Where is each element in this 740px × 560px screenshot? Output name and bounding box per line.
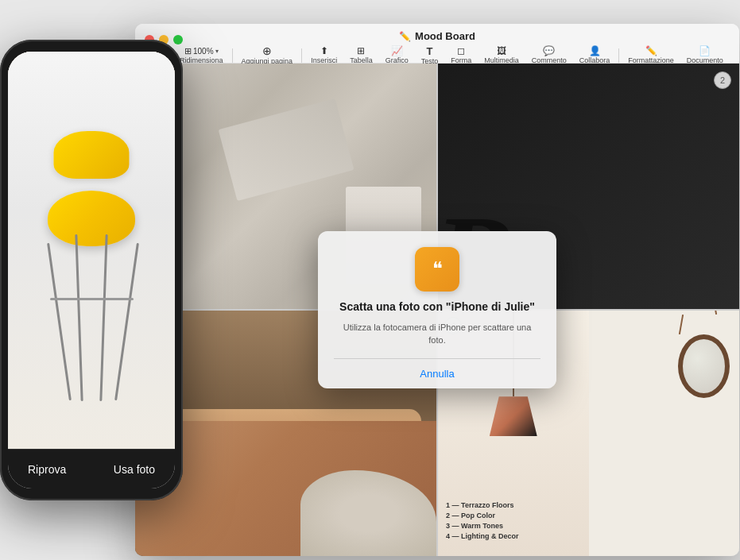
macos-window: ✏️ Mood Board ⊟ Vista ⊞ 100% ▾ Ridimensi… [135,24,739,556]
collabora-icon: 👤 [589,46,601,56]
toolbar-divider-1 [232,48,233,63]
aggiungi-icon: ⊕ [262,45,272,56]
dialog-overlay: ❝ Scatta una foto con "iPhone di Julie" … [135,64,739,556]
iphone-retry-button[interactable]: Riprova [28,463,66,476]
chair-photo [8,52,175,449]
chair-leg-3 [99,234,107,401]
commento-icon: 💬 [543,46,555,56]
inserisci-icon: ⬆ [320,46,328,56]
documento-icon: 📄 [699,46,711,56]
dialog-buttons: Annulla [334,358,540,388]
chair-back [54,131,130,179]
dialog-cancel-button[interactable]: Annulla [334,359,540,388]
title-area: ✏️ Mood Board [399,30,475,42]
testo-icon: T [426,46,432,56]
titlebar: ✏️ Mood Board ⊟ Vista ⊞ 100% ▾ Ridimensi… [135,24,739,64]
window-title: Mood Board [415,30,475,42]
toolbar-collabora[interactable]: 👤 Collabora [573,44,617,66]
multimedia-icon: 🖼 [497,46,506,56]
toolbar-commento[interactable]: 💬 Commento [525,44,573,66]
toolbar-grafico[interactable]: 📈 Grafico [379,44,415,66]
chair-seat [48,191,135,246]
document-canvas: 1 2 B 4 [135,64,739,556]
iphone-frame: Riprova Usa foto [0,40,183,500]
toolbar-formattazione[interactable]: ✏️ Formattazione [622,44,680,66]
chair-crossbar [50,298,134,300]
iphone-bottom-bar: Riprova Usa foto [8,449,175,489]
tabella-icon: ⊞ [357,46,365,56]
toolbar-documento[interactable]: 📄 Documento [680,44,730,66]
formattazione-icon: ✏️ [645,46,657,56]
toolbar-forma[interactable]: ◻ Forma [444,44,478,66]
toolbar-tabella[interactable]: ⊞ Tabella [343,44,379,66]
camera-dialog: ❝ Scatta una foto con "iPhone di Julie" … [318,231,556,388]
iphone-device: Riprova Usa foto [0,40,223,532]
dialog-title: Scatta una foto con "iPhone di Julie" [339,299,535,314]
camera-viewfinder [8,52,175,449]
forma-icon: ◻ [457,46,465,56]
pencil-icon: ✏️ [399,31,411,42]
toolbar-multimedia[interactable]: 🖼 Multimedia [478,44,525,66]
toolbar-inserisci[interactable]: ⬆ Inserisci [304,44,343,66]
dialog-message: Utilizza la fotocamera di iPhone per sca… [334,322,540,346]
dialog-app-icon: ❝ [415,247,459,292]
iphone-screen: Riprova Usa foto [8,52,175,489]
chair-leg-4 [114,243,139,400]
toolbar-divider-3 [618,48,619,63]
chair-leg-2 [76,234,83,401]
chair-leg-1 [47,243,72,400]
grafico-icon: 📈 [391,46,403,56]
toolbar-divider-2 [301,48,302,63]
iphone-use-photo-button[interactable]: Usa foto [114,463,155,476]
